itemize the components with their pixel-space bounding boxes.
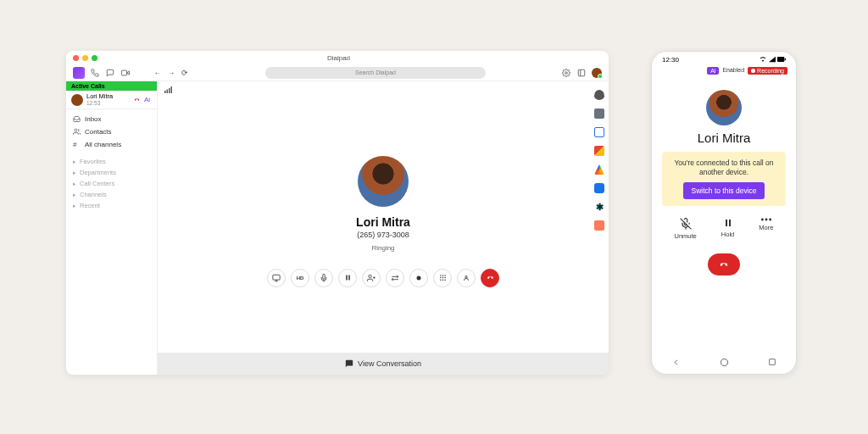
refresh-icon[interactable]: ⟳ xyxy=(180,68,190,78)
layout-icon[interactable] xyxy=(576,68,587,78)
svg-point-23 xyxy=(444,275,446,276)
sidebar-group-departments[interactable]: ▸Departments xyxy=(66,167,157,178)
sidebar-channels-label: All channels xyxy=(85,141,121,148)
svg-point-1 xyxy=(565,71,568,74)
integration-messages-icon[interactable] xyxy=(594,183,604,193)
sidebar-group-favorites[interactable]: ▸Favorites xyxy=(66,156,157,167)
connected-elsewhere-banner: You're connected to this call on another… xyxy=(662,152,786,206)
active-call-row[interactable]: Lori Mitra 12:53 Ai xyxy=(66,91,157,109)
mobile-unmute-button[interactable]: Unmute xyxy=(675,218,697,240)
top-toolbar: ← → ⟳ Search Dialpad xyxy=(66,64,609,81)
contacts-icon xyxy=(73,128,81,136)
caller-avatar xyxy=(358,156,409,207)
svg-point-15 xyxy=(369,275,371,277)
sidebar-inbox-label: Inbox xyxy=(85,115,102,123)
view-conversation-button[interactable]: View Conversation xyxy=(158,353,609,375)
pause-icon xyxy=(723,218,733,228)
android-home-icon[interactable] xyxy=(720,358,729,367)
svg-rect-14 xyxy=(348,275,350,281)
screen-share-button[interactable] xyxy=(267,269,286,287)
svg-rect-41 xyxy=(770,359,776,365)
sidebar-item-all-channels[interactable]: # All channels xyxy=(66,138,157,151)
forward-icon[interactable]: → xyxy=(166,68,176,78)
svg-point-29 xyxy=(444,279,446,281)
search-placeholder: Search Dialpad xyxy=(355,70,396,75)
android-back-icon[interactable] xyxy=(671,358,681,367)
signal-strength-icon xyxy=(164,86,173,93)
video-icon[interactable] xyxy=(120,68,131,78)
mobile-status-badges: Ai Enabled Recording xyxy=(652,67,796,75)
sidebar-group-recent[interactable]: ▸Recent xyxy=(66,200,157,211)
svg-rect-13 xyxy=(346,275,348,281)
park-button[interactable] xyxy=(457,269,476,287)
svg-point-21 xyxy=(440,275,442,276)
record-dot-icon xyxy=(751,69,755,73)
sidebar-item-inbox[interactable]: Inbox xyxy=(66,113,157,125)
dialpad-button[interactable] xyxy=(433,269,452,287)
mobile-status-bar: 12:30 xyxy=(652,52,796,67)
transfer-button[interactable] xyxy=(386,269,404,287)
window-titlebar: Dialpad xyxy=(66,51,609,64)
integration-gdrive-icon[interactable] xyxy=(594,164,604,175)
svg-point-39 xyxy=(769,219,771,221)
svg-rect-36 xyxy=(729,220,731,226)
minimize-window-button[interactable] xyxy=(82,55,88,61)
mobile-more-button[interactable]: More xyxy=(759,218,773,240)
svg-rect-35 xyxy=(726,220,727,226)
sidebar-item-contacts[interactable]: Contacts xyxy=(66,125,157,138)
mobile-call-controls: Unmute Hold More xyxy=(662,218,786,240)
mute-button[interactable] xyxy=(314,269,333,287)
mobile-hold-button[interactable]: Hold xyxy=(721,218,734,240)
phone-icon[interactable] xyxy=(90,68,100,78)
svg-rect-31 xyxy=(777,57,784,62)
call-panel: ✱ Lori Mitra (265) 973-3008 Ringing HD xyxy=(158,81,609,375)
caller-info: Lori Mitra (265) 973-3008 Ringing HD xyxy=(158,81,609,353)
banner-text: You're connected to this call on another… xyxy=(670,159,777,177)
dialpad-logo-icon[interactable] xyxy=(73,67,85,79)
ai-icon[interactable]: Ai xyxy=(144,96,152,103)
hd-button[interactable]: HD xyxy=(291,269,309,287)
hangup-icon[interactable] xyxy=(133,96,141,103)
maximize-window-button[interactable] xyxy=(92,55,97,61)
integration-hubspot-icon[interactable] xyxy=(594,220,604,231)
caret-icon: ▸ xyxy=(73,192,76,198)
sidebar-group-call-centers[interactable]: ▸Call Centers xyxy=(66,178,157,189)
sidebar: Active Calls Lori Mitra 12:53 Ai xyxy=(66,81,158,375)
svg-point-38 xyxy=(765,219,767,221)
integration-gmail-icon[interactable] xyxy=(594,146,604,156)
search-input[interactable]: Search Dialpad xyxy=(265,67,486,79)
caret-icon: ▸ xyxy=(73,159,76,165)
sidebar-contacts-label: Contacts xyxy=(85,128,112,136)
hold-button[interactable] xyxy=(338,269,357,287)
end-call-button[interactable] xyxy=(481,269,499,287)
desktop-app-window: Dialpad ← → ⟳ Search Dialpad xyxy=(66,51,609,375)
svg-rect-5 xyxy=(164,91,166,93)
android-recents-icon[interactable] xyxy=(768,358,776,366)
integration-contacts-icon[interactable] xyxy=(594,90,604,100)
sidebar-group-channels[interactable]: ▸Channels xyxy=(66,189,157,200)
integration-drive-box-icon[interactable] xyxy=(594,108,604,119)
switch-device-button[interactable]: Switch to this device xyxy=(683,182,764,199)
svg-rect-7 xyxy=(169,88,170,93)
integration-zendesk-icon[interactable]: ✱ xyxy=(594,202,604,212)
caret-icon: ▸ xyxy=(73,203,76,209)
svg-point-25 xyxy=(442,277,443,279)
back-icon[interactable]: ← xyxy=(153,68,163,78)
svg-point-20 xyxy=(417,275,421,280)
record-button[interactable] xyxy=(409,269,428,287)
user-avatar[interactable] xyxy=(592,68,602,78)
caller-status: Ringing xyxy=(371,244,394,252)
close-window-button[interactable] xyxy=(73,55,79,61)
svg-point-22 xyxy=(442,275,443,276)
add-participant-button[interactable] xyxy=(362,269,381,287)
settings-gear-icon[interactable] xyxy=(561,68,571,78)
svg-point-27 xyxy=(440,279,442,281)
ai-enabled-badge: Ai xyxy=(707,67,719,75)
integration-calendar-icon[interactable] xyxy=(594,127,604,137)
svg-rect-6 xyxy=(167,90,169,94)
hold-label: Hold xyxy=(721,231,734,238)
svg-point-24 xyxy=(440,277,442,279)
more-icon xyxy=(760,218,772,221)
chat-icon[interactable] xyxy=(105,68,115,78)
mobile-end-call-button[interactable] xyxy=(708,253,740,275)
